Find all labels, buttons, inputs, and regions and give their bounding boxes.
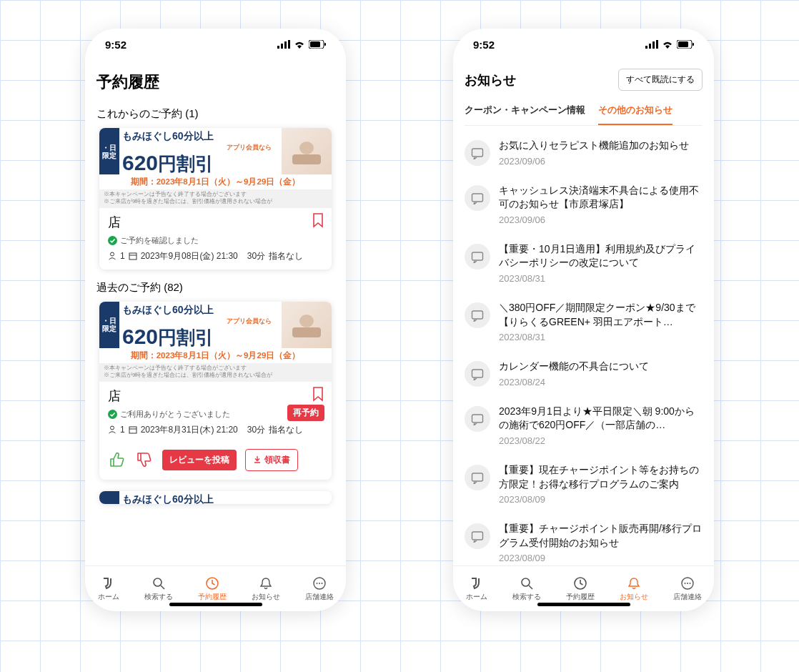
notification-date: 2023/08/31: [499, 332, 703, 342]
notification-row[interactable]: 【重要・10月1日適用】利用規約及びプライバシーポリシーの改定について2023/…: [465, 234, 703, 292]
svg-rect-31: [678, 41, 688, 47]
wifi-icon: [662, 40, 673, 49]
tab-contact[interactable]: 店舗連絡: [673, 576, 702, 602]
post-review-button[interactable]: レビューを投稿: [162, 450, 237, 470]
rebook-button[interactable]: 再予約: [287, 405, 324, 421]
svg-rect-39: [472, 473, 483, 481]
page-title: 予約履歴: [96, 71, 334, 93]
battery-icon: [677, 40, 694, 49]
notification-date: 2023/09/06: [499, 214, 703, 225]
tab-search[interactable]: 検索する: [144, 576, 173, 602]
svg-rect-26: [645, 46, 647, 49]
phone-right: 9:52 お知らせ すべて既読にする クーポン・キャンペーン情報 その他のお知ら…: [453, 29, 714, 611]
tab-coupons[interactable]: クーポン・キャンペーン情報: [465, 104, 585, 125]
notification-list: お気に入りセラピスト機能追加のお知らせ2023/09/06キャッシュレス決済端末…: [465, 126, 703, 565]
check-icon: [108, 236, 117, 245]
svg-rect-40: [472, 532, 483, 540]
tab-history[interactable]: 予約履歴: [198, 576, 227, 602]
svg-rect-14: [292, 327, 321, 337]
reservation-card-upcoming[interactable]: ・日限定 もみほぐし60分以上 アプリ会員なら 620円割引 期間：2023年8…: [99, 128, 332, 270]
status-time: 9:52: [473, 39, 495, 51]
chat-icon: [680, 576, 695, 591]
search-icon: [152, 576, 166, 591]
store-name: 店: [108, 214, 323, 231]
thumbs-down-icon[interactable]: [135, 450, 154, 469]
svg-rect-27: [649, 44, 651, 49]
bookmark-icon[interactable]: [312, 212, 324, 228]
reservation-card-peek[interactable]: ・日もみほぐし60分以上: [99, 491, 332, 504]
svg-rect-32: [693, 43, 694, 46]
battery-icon: [309, 40, 326, 49]
svg-rect-1: [281, 44, 283, 49]
banner-badge: ・日限定: [99, 128, 119, 174]
person-icon: [108, 425, 116, 434]
tab-notif[interactable]: お知らせ: [620, 576, 648, 602]
svg-rect-6: [324, 43, 326, 46]
svg-point-7: [299, 142, 314, 154]
svg-point-10: [111, 252, 114, 256]
wifi-icon: [294, 40, 305, 49]
notification-text: 【重要・10月1日適用】利用規約及びプライバシーポリシーの改定について: [499, 242, 703, 270]
notification-row[interactable]: お気に入りセラピスト機能追加のお知らせ2023/09/06: [465, 130, 703, 175]
upcoming-header: これからのご予約 (1): [96, 107, 334, 121]
notification-date: 2023/08/31: [499, 273, 703, 284]
page-title: お知らせ: [465, 71, 516, 89]
home-indicator: [169, 603, 262, 606]
tab-other-news[interactable]: その他のお知らせ: [598, 104, 673, 125]
receipt-button[interactable]: 領収書: [245, 449, 298, 471]
tab-home[interactable]: ホーム: [98, 576, 119, 602]
svg-point-16: [111, 426, 114, 430]
svg-point-41: [522, 578, 530, 586]
notification-row[interactable]: カレンダー機能の不具合について2023/08/24: [465, 351, 703, 396]
message-icon: [465, 244, 490, 270]
svg-rect-37: [472, 370, 483, 377]
notification-row[interactable]: 2023年9月1日より★平日限定＼朝 9:00からの施術で620円OFF／（一部…: [465, 396, 703, 455]
home-indicator: [537, 603, 630, 606]
phone-left: 9:52 予約履歴 これからのご予約 (1) ・日限定 もみほぐし6: [85, 29, 346, 611]
tab-contact[interactable]: 店舗連絡: [305, 576, 334, 602]
svg-point-47: [689, 583, 690, 584]
status-bar: 9:52: [85, 29, 346, 60]
status-time: 9:52: [105, 39, 126, 51]
thumbs-up-icon[interactable]: [108, 450, 126, 469]
search-icon: [520, 576, 534, 591]
notification-row[interactable]: キャッシュレス決済端末不具合による使用不可のお知らせ【市原君塚店】2023/09…: [465, 175, 703, 234]
notification-row[interactable]: ＼380円OFF／期間限定クーポン★9/30まで【りらくるGREEN+ 羽田エア…: [465, 292, 703, 351]
notification-text: ＼380円OFF／期間限定クーポン★9/30まで【りらくるGREEN+ 羽田エア…: [499, 301, 703, 329]
message-icon: [465, 185, 490, 211]
banner-photo: [282, 128, 332, 174]
tab-search[interactable]: 検索する: [512, 576, 541, 602]
svg-point-19: [154, 578, 162, 586]
reservation-card-past[interactable]: ・日限定 もみほぐし60分以上 アプリ会員なら 620円割引 期間：2023年8…: [99, 302, 332, 480]
calendar-icon: [129, 252, 137, 260]
notification-row[interactable]: 【重要】チャージポイント販売再開/移行プログラム受付開始のお知らせ2023/08…: [465, 513, 703, 565]
notification-row[interactable]: 【重要】現在チャージポイント等をお持ちの方限定！お得な移行プログラムのご案内20…: [465, 455, 703, 513]
mark-all-read-button[interactable]: すべて既読にする: [618, 69, 703, 91]
tab-home[interactable]: ホーム: [466, 576, 487, 602]
svg-point-23: [316, 583, 317, 584]
message-icon: [465, 465, 490, 490]
bell-icon: [259, 576, 273, 591]
svg-line-20: [161, 585, 164, 589]
reservation-status: ご利用ありがとうございました: [120, 409, 230, 420]
svg-rect-28: [652, 41, 655, 49]
message-icon: [465, 406, 490, 432]
cellular-icon: [277, 40, 290, 49]
message-icon: [465, 302, 490, 328]
notification-text: 【重要】チャージポイント販売再開/移行プログラム受付開始のお知らせ: [499, 522, 703, 550]
svg-rect-2: [284, 41, 287, 49]
notification-text: カレンダー機能の不具合について: [499, 360, 703, 374]
clock-icon: [205, 576, 219, 591]
svg-point-13: [299, 315, 314, 327]
status-icons: [277, 40, 326, 49]
svg-point-15: [108, 410, 117, 419]
check-icon: [108, 410, 117, 419]
tab-notif[interactable]: お知らせ: [252, 576, 280, 602]
svg-rect-36: [472, 311, 483, 319]
tab-history[interactable]: 予約履歴: [566, 576, 595, 602]
message-icon: [465, 523, 490, 549]
notification-text: 【重要】現在チャージポイント等をお持ちの方限定！お得な移行プログラムのご案内: [499, 463, 703, 491]
svg-rect-34: [472, 194, 483, 202]
svg-line-42: [529, 585, 532, 589]
bookmark-icon[interactable]: [312, 386, 324, 402]
